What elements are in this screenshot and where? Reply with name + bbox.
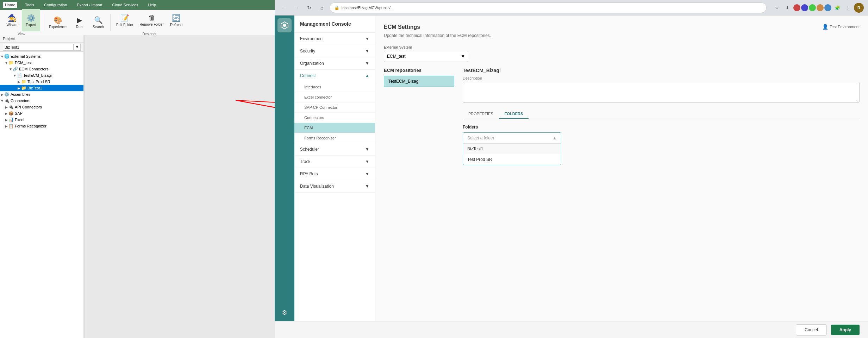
more-icon[interactable]: ⋮	[843, 3, 853, 12]
browser-content: ⚙ R Management Console Environment ▼ Sec…	[275, 15, 868, 338]
external-system-value: ECM_test	[387, 54, 406, 59]
tree-item-test-prod-sr[interactable]: ▶ 📁 Test Prod SR	[0, 79, 83, 85]
address-bar[interactable]: 🔒 localhost/BizagiMCW/public/...	[330, 2, 767, 13]
node-icon: 📁	[8, 60, 14, 65]
tab-properties[interactable]: PROPERTIES	[463, 109, 499, 119]
profile-download-icon[interactable]: ⬇	[783, 3, 792, 12]
track-expand-icon: ▼	[365, 159, 369, 164]
external-system-section: External System ECM_test ▼	[384, 45, 860, 62]
environment-expand-icon: ▼	[365, 36, 369, 41]
profile-avatar[interactable]: R	[854, 3, 864, 13]
tree-item-connectors[interactable]: ▼ 🔌 Connectors	[0, 98, 83, 104]
edit-folder-button[interactable]: 📝 Edit Folder	[113, 9, 136, 31]
toolbar-actions-group: 🎨 Experience ▶ Run 🔍 Search	[46, 11, 107, 34]
node-icon: 📁	[21, 86, 26, 90]
console-menu: Management Console Environment ▼ Securit…	[294, 15, 375, 338]
bookmark-icon[interactable]: ☆	[772, 3, 781, 12]
node-label: Test Prod SR	[27, 80, 50, 84]
node-label: Assemblies	[11, 92, 30, 96]
menu-export-import[interactable]: Export / Import	[75, 2, 104, 8]
resize-icon: ⤡	[856, 99, 859, 103]
folders-dropdown: Select a folder ▲ BizTest1 Test Prod SR	[463, 132, 561, 165]
refresh-button[interactable]: 🔄 Refresh	[167, 9, 186, 31]
tree-item-sap[interactable]: ▶ 📦 SAP	[0, 110, 83, 117]
node-icon: 🔌	[8, 105, 14, 109]
scheduler-expand-icon: ▼	[365, 147, 369, 152]
breadcrumb-input[interactable]	[3, 44, 74, 51]
menu-item-connect[interactable]: Connect ▲	[294, 70, 375, 82]
tree-container: ▼ 🌐 External Systems ▼ 📁 ECM_test ▼ 🔗 EC…	[0, 52, 83, 338]
expand-icon: ▶	[4, 112, 8, 115]
breadcrumb-expand-btn[interactable]: ▼	[74, 44, 81, 51]
tab-folders[interactable]: FOLDERS	[499, 109, 529, 119]
tree-item-testecm-bizagi[interactable]: ▼ 📄 TestECM_Bizagi	[0, 72, 83, 79]
sidebar-settings-icon[interactable]: ⚙	[277, 306, 292, 320]
forward-button[interactable]: →	[292, 3, 301, 13]
tree-item-ecm-connectors[interactable]: ▼ 🔗 ECM Connectors	[0, 66, 83, 72]
menu-item-rpa-bots[interactable]: RPA Bots ▼	[294, 168, 375, 180]
console-title: Management Console	[294, 15, 375, 33]
organization-label: Organization	[300, 61, 324, 66]
expert-label: Expert	[26, 23, 36, 27]
menu-item-security[interactable]: Security ▼	[294, 45, 375, 57]
ecm-settings-title: ECM Settings	[384, 24, 491, 30]
home-button[interactable]: ⌂	[317, 3, 327, 13]
remove-folder-button[interactable]: 🗑 Remove Folder	[137, 9, 166, 31]
run-button[interactable]: ▶ Run	[70, 11, 88, 34]
menu-cloud-services[interactable]: Cloud Services	[110, 2, 140, 8]
menu-item-environment[interactable]: Environment ▼	[294, 33, 375, 45]
ecm-content: ECM Settings Update the technical inform…	[375, 15, 868, 338]
tree-item-assemblies[interactable]: ▶ ⚙️ Assemblies	[0, 91, 83, 98]
menu-item-track[interactable]: Track ▼	[294, 156, 375, 168]
tree-item-external-systems[interactable]: ▼ 🌐 External Systems	[0, 53, 83, 60]
menu-tools[interactable]: Tools	[23, 2, 36, 8]
wizard-button[interactable]: 🧙 Wizard	[3, 9, 21, 31]
remove-folder-label: Remove Folder	[139, 23, 163, 26]
folder-item-biztest1[interactable]: BizTest1	[463, 144, 561, 154]
search-button[interactable]: 🔍 Search	[89, 11, 107, 34]
menu-sub-excel-connector[interactable]: Excel connector	[294, 92, 375, 102]
reload-button[interactable]: ↻	[304, 3, 314, 13]
menu-sub-interfaces[interactable]: Interfaces	[294, 82, 375, 92]
experience-button[interactable]: 🎨 Experience	[46, 11, 69, 34]
tree-item-ecm-test[interactable]: ▼ 📁 ECM_test	[0, 60, 83, 66]
ecm-settings-subtitle: Update the technical information of the …	[384, 33, 491, 38]
sidebar-bizagi-icon[interactable]	[277, 18, 292, 32]
node-label: Excel	[15, 118, 24, 122]
menu-item-organization[interactable]: Organization ▼	[294, 57, 375, 70]
external-system-select[interactable]: ECM_test ▼	[384, 51, 468, 62]
cancel-button[interactable]: Cancel	[796, 324, 826, 336]
node-label: SAP	[15, 111, 23, 115]
expand-icon: ▶	[17, 80, 21, 84]
extensions-icon[interactable]: 🧩	[833, 3, 842, 12]
menu-sub-sap-cp-connector[interactable]: SAP CP Connector	[294, 102, 375, 113]
url-text: localhost/BizagiMCW/public/...	[342, 6, 394, 10]
external-system-label: External System	[384, 45, 860, 49]
ecm-tabs: PROPERTIES FOLDERS	[463, 109, 860, 119]
menu-item-scheduler[interactable]: Scheduler ▼	[294, 143, 375, 156]
description-input[interactable]	[463, 82, 860, 103]
apply-button[interactable]: Apply	[831, 325, 860, 335]
tree-item-api-connectors[interactable]: ▶ 🔌 API Connectors	[0, 104, 83, 110]
folders-dropdown-header[interactable]: Select a folder ▲	[463, 133, 561, 143]
tree-item-biztest1[interactable]: ▶ 📁 BizTest1	[0, 85, 83, 91]
repo-item-testecm-bizagi[interactable]: TestECM_Bizagi	[384, 76, 454, 87]
tree-item-excel[interactable]: ▶ 📊 Excel	[0, 117, 83, 123]
node-label: External Systems	[11, 54, 41, 58]
menu-sub-ecm[interactable]: ECM	[294, 123, 375, 133]
folders-dropdown-list: BizTest1 Test Prod SR	[463, 143, 561, 165]
expert-button[interactable]: ⚙️ Expert	[22, 9, 40, 31]
menu-help[interactable]: Help	[146, 2, 158, 8]
svg-marker-4	[283, 24, 286, 27]
node-icon: 📁	[21, 79, 26, 84]
tree-item-forms-recognizer[interactable]: ▶ 📋 Forms Recognizer	[0, 123, 83, 129]
menu-sub-connectors[interactable]: Connectors	[294, 113, 375, 123]
ecm-repositories-label: ECM repositories	[384, 68, 454, 73]
toolbar-sep-1	[43, 14, 43, 31]
menu-configuration[interactable]: Configuration	[42, 2, 69, 8]
menu-item-data-visualization[interactable]: Data Visualization ▼	[294, 180, 375, 193]
menu-home[interactable]: Home	[3, 2, 17, 8]
back-button[interactable]: ←	[279, 3, 289, 13]
folder-item-test-prod-sr[interactable]: Test Prod SR	[463, 154, 561, 165]
menu-sub-forms-recognizer[interactable]: Forms Recognizer	[294, 133, 375, 143]
